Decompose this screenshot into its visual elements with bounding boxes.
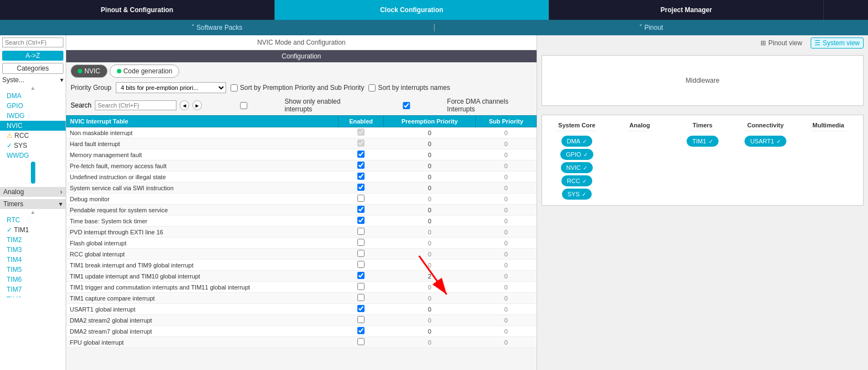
sidebar-timers-header[interactable]: Timers ▾ (0, 199, 66, 209)
sidebar-item-tim3[interactable]: TIM3 (0, 245, 66, 255)
timers-scroll-up[interactable]: ▲ (0, 209, 66, 215)
az-button[interactable]: A->Z (2, 51, 63, 61)
sidebar-item-wwdg[interactable]: WWDG (0, 151, 66, 160)
force-dma-label[interactable]: Force DMA channels Interrupts (368, 98, 533, 113)
search-row: Search ◄ ► Show only enabled interrupts … (66, 95, 537, 115)
interrupt-enabled[interactable] (339, 216, 383, 227)
enabled-checkbox[interactable] (357, 140, 365, 147)
enabled-checkbox[interactable] (357, 250, 365, 257)
interrupt-enabled[interactable] (339, 171, 383, 183)
interrupt-enabled[interactable] (339, 282, 383, 293)
interrupt-enabled[interactable] (339, 293, 383, 304)
enabled-checkbox[interactable] (357, 283, 365, 290)
sidebar-item-tim1[interactable]: ✓ TIM1 (0, 225, 66, 235)
interrupt-enabled[interactable] (339, 337, 383, 348)
enabled-checkbox[interactable] (357, 162, 365, 169)
enabled-checkbox[interactable] (357, 228, 365, 235)
nav-prev-button[interactable]: ◄ (180, 100, 189, 110)
sv-btn-rcc[interactable]: RCC ✓ (561, 175, 592, 186)
sv-btn-gpio[interactable]: GPIO ✓ (560, 149, 593, 160)
interrupt-enabled[interactable] (339, 249, 383, 260)
nav-clock[interactable]: Clock Configuration (275, 0, 549, 20)
sv-btn-sys[interactable]: SYS ✓ (562, 189, 592, 200)
sv-btn-dma[interactable]: DMA ✓ (561, 136, 592, 147)
sidebar-item-tim8[interactable]: TIM8 (0, 294, 66, 297)
pinout-view-button[interactable]: ⊞ Pinout view (757, 37, 806, 49)
interrupt-enabled[interactable] (339, 183, 383, 194)
interrupt-enabled[interactable] (339, 127, 383, 138)
scroll-up-arrow[interactable]: ▲ (0, 85, 66, 91)
sidebar-item-tim5[interactable]: TIM5 (0, 265, 66, 275)
enabled-checkbox[interactable] (357, 128, 365, 136)
sidebar-item-tim4[interactable]: TIM4 (0, 255, 66, 265)
sub-priority: 0 (476, 127, 537, 138)
sidebar-item-gpio[interactable]: GPIO (0, 101, 66, 111)
enabled-checkbox[interactable] (357, 151, 365, 158)
nav-next-button[interactable]: ► (192, 100, 202, 110)
sort-premption-checkbox[interactable] (231, 84, 238, 92)
system-view-button[interactable]: ☰ System view (811, 37, 864, 49)
interrupt-enabled[interactable] (339, 160, 383, 171)
interrupt-enabled[interactable] (339, 138, 383, 149)
enabled-checkbox[interactable] (357, 305, 365, 312)
table-row: Hard fault interrupt00 (67, 138, 537, 149)
enabled-checkbox[interactable] (357, 184, 365, 191)
sort-names-checkbox[interactable] (368, 84, 376, 92)
check-usart1: ✓ (776, 138, 781, 144)
interrupt-enabled[interactable] (339, 238, 383, 249)
subnav-software-packs[interactable]: ˅ Software Packs (0, 24, 435, 31)
sidebar-item-rtc[interactable]: RTC (0, 215, 66, 225)
nav-pinout[interactable]: Pinout & Configuration (0, 0, 275, 20)
system-group-header[interactable]: Syste... ▾ (0, 75, 66, 85)
sidebar-item-tim2[interactable]: TIM2 (0, 235, 66, 245)
tab-codegen[interactable]: Code generation (110, 65, 180, 78)
interrupt-enabled[interactable] (339, 326, 383, 337)
show-enabled-checkbox[interactable] (205, 102, 282, 109)
categories-button[interactable]: Categories (2, 63, 63, 74)
sidebar-item-dma[interactable]: DMA (0, 91, 66, 101)
interrupt-enabled[interactable] (339, 149, 383, 160)
subnav-pinout[interactable]: ˅ Pinout (435, 24, 869, 31)
sv-btn-tim1[interactable]: TIM1 ✓ (687, 136, 718, 147)
sidebar-item-sys[interactable]: ✓ SYS (0, 141, 66, 151)
interrupt-enabled[interactable] (339, 227, 383, 238)
force-dma-checkbox[interactable] (368, 102, 445, 109)
sidebar-item-rcc[interactable]: ⚠ RCC (0, 131, 66, 141)
interrupt-enabled[interactable] (339, 205, 383, 216)
enabled-checkbox[interactable] (357, 195, 365, 202)
sv-btn-nvic[interactable]: NVIC ✓ (561, 162, 593, 173)
sidebar-item-nvic[interactable]: NVIC (0, 121, 66, 131)
sort-premption-label[interactable]: Sort by Premption Priority and Sub Prior… (231, 84, 364, 92)
tab-nvic[interactable]: NVIC (71, 65, 108, 78)
sidebar-search-input[interactable] (2, 37, 63, 47)
enabled-checkbox[interactable] (357, 272, 365, 279)
priority-group-select[interactable]: 4 bits for pre-emption priori... (116, 82, 226, 93)
enabled-checkbox[interactable] (357, 206, 365, 213)
sub-priority: 0 (476, 326, 537, 337)
enabled-checkbox[interactable] (357, 338, 365, 345)
nav-tools[interactable] (824, 0, 868, 20)
nvic-search-input[interactable] (95, 100, 176, 110)
enabled-checkbox[interactable] (357, 173, 365, 180)
interrupt-enabled[interactable] (339, 260, 383, 271)
enabled-checkbox[interactable] (357, 239, 365, 246)
sidebar-item-tim6[interactable]: TIM6 (0, 275, 66, 285)
interrupt-enabled[interactable] (339, 271, 383, 282)
interrupt-enabled[interactable] (339, 194, 383, 205)
sv-btn-usart1[interactable]: USART1 ✓ (744, 136, 786, 147)
sidebar-item-iwdg[interactable]: IWDG (0, 111, 66, 121)
interrupt-enabled[interactable] (339, 315, 383, 326)
interrupt-name: System service call via SWI instruction (67, 183, 339, 194)
enabled-checkbox[interactable] (357, 261, 365, 268)
preemption-priority: 0 (383, 260, 476, 271)
enabled-checkbox[interactable] (357, 294, 365, 301)
nav-project[interactable]: Project Manager (549, 0, 824, 20)
sidebar-analog-header[interactable]: Analog › (0, 187, 66, 197)
sidebar-item-tim7[interactable]: TIM7 (0, 285, 66, 294)
enabled-checkbox[interactable] (357, 217, 365, 224)
enabled-checkbox[interactable] (357, 327, 365, 334)
enabled-checkbox[interactable] (357, 316, 365, 323)
sort-names-label[interactable]: Sort by interrupts names (368, 84, 450, 92)
interrupt-enabled[interactable] (339, 304, 383, 315)
show-enabled-label[interactable]: Show only enabled interrupts (205, 98, 365, 113)
